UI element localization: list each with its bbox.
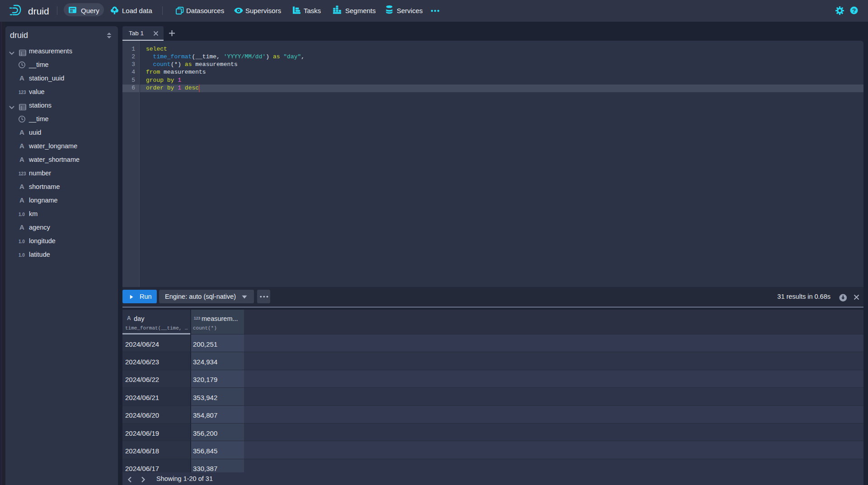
svg-text:?: ? (852, 7, 856, 14)
